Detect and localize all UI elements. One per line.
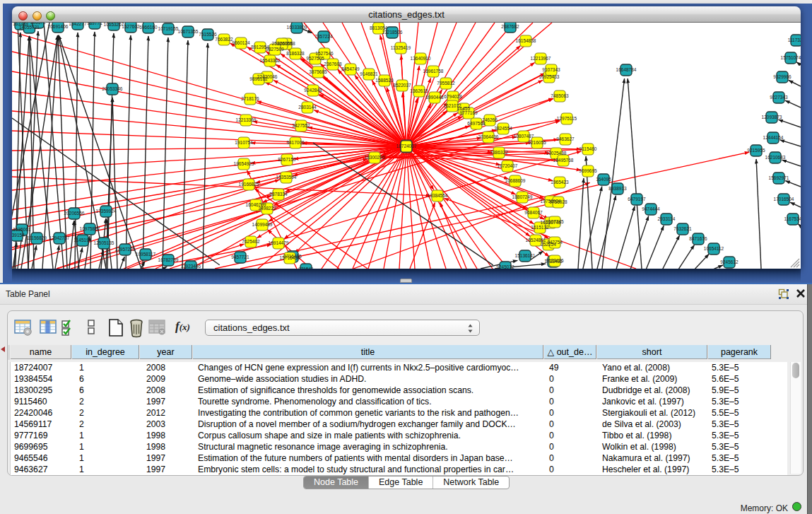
svg-text:9329966: 9329966 [773, 74, 792, 79]
svg-text:989771: 989771 [87, 23, 102, 25]
svg-text:7632621: 7632621 [673, 226, 692, 231]
svg-text:10654112: 10654112 [704, 246, 724, 251]
svg-text:17359924: 17359924 [96, 209, 117, 214]
svg-text:10719155: 10719155 [158, 26, 179, 31]
svg-text:16543362: 16543362 [260, 58, 281, 63]
svg-text:16154838: 16154838 [516, 38, 536, 43]
svg-text:13218506: 13218506 [382, 30, 403, 35]
svg-text:8522037: 8522037 [393, 83, 411, 88]
svg-text:6794028: 6794028 [444, 94, 462, 99]
svg-text:2367608: 2367608 [324, 62, 342, 66]
svg-text:1615132: 1615132 [531, 225, 549, 230]
svg-text:18300295: 18300295 [365, 155, 385, 160]
svg-text:15751074: 15751074 [781, 55, 801, 60]
svg-text:18807249: 18807249 [512, 194, 533, 199]
svg-text:15716434: 15716434 [280, 255, 300, 260]
svg-text:942754: 942754 [547, 240, 563, 245]
svg-text:11923446: 11923446 [181, 264, 201, 269]
svg-text:10807487: 10807487 [514, 134, 534, 139]
svg-text:1527546: 1527546 [315, 51, 334, 56]
svg-text:7955812: 7955812 [437, 81, 455, 86]
svg-text:16033809: 16033809 [287, 25, 307, 30]
svg-text:15692971: 15692971 [769, 175, 789, 180]
svg-text:9457721: 9457721 [231, 255, 249, 259]
svg-text:9245072: 9245072 [496, 264, 514, 269]
svg-text:9527505: 9527505 [306, 56, 324, 61]
svg-text:12093873: 12093873 [762, 115, 782, 119]
svg-text:15136141: 15136141 [515, 253, 536, 258]
svg-text:25226058: 25226058 [272, 41, 293, 46]
svg-text:10688609: 10688609 [505, 178, 526, 183]
svg-text:8186328: 8186328 [286, 51, 305, 56]
svg-text:18495768: 18495768 [553, 158, 574, 163]
svg-text:12213967: 12213967 [531, 56, 551, 61]
svg-text:1527602: 1527602 [122, 24, 140, 29]
svg-text:9227343: 9227343 [770, 95, 788, 100]
svg-text:3875685: 3875685 [309, 69, 327, 74]
svg-text:1362615: 1362615 [410, 88, 428, 93]
svg-text:17016504: 17016504 [774, 197, 794, 201]
svg-text:205572: 205572 [30, 23, 46, 25]
svg-text:9777169: 9777169 [459, 110, 478, 115]
svg-text:971541: 971541 [298, 267, 314, 269]
svg-text:8878334: 8878334 [269, 192, 288, 197]
svg-text:7485063: 7485063 [551, 93, 569, 98]
svg-text:1535061: 1535061 [13, 227, 31, 232]
svg-text:1117324: 1117324 [788, 37, 801, 42]
svg-text:20364436: 20364436 [478, 134, 499, 139]
svg-text:19166825: 19166825 [239, 182, 259, 187]
svg-text:9756928: 9756928 [549, 199, 567, 204]
svg-text:9133426: 9133426 [546, 258, 564, 263]
svg-text:9242848: 9242848 [304, 88, 322, 93]
svg-text:13640910: 13640910 [411, 56, 431, 61]
svg-text:12975115: 12975115 [557, 116, 577, 121]
svg-text:3427552: 3427552 [292, 123, 310, 128]
svg-text:6966160: 6966160 [139, 25, 158, 30]
svg-text:8267150: 8267150 [278, 157, 296, 162]
svg-text:16782759: 16782759 [158, 257, 179, 262]
svg-text:20691406: 20691406 [48, 24, 69, 29]
svg-text:9417006: 9417006 [286, 140, 305, 145]
svg-text:14055721: 14055721 [19, 25, 40, 30]
svg-text:9463627: 9463627 [556, 136, 575, 141]
svg-text:10975887: 10975887 [80, 226, 100, 231]
svg-text:16210643: 16210643 [765, 155, 786, 160]
svg-text:8454749: 8454749 [341, 66, 360, 71]
svg-text:1167534: 1167534 [784, 216, 801, 221]
svg-text:1588520: 1588520 [375, 78, 394, 83]
svg-text:9684067: 9684067 [524, 210, 543, 215]
svg-text:17957225: 17957225 [115, 247, 136, 252]
svg-text:9107745: 9107745 [546, 219, 564, 224]
svg-text:12213369: 12213369 [236, 117, 257, 122]
svg-text:9660124: 9660124 [232, 40, 250, 45]
svg-text:12942737: 12942737 [49, 235, 70, 240]
svg-text:12444154: 12444154 [763, 135, 784, 140]
svg-text:3498222: 3498222 [258, 206, 276, 211]
svg-text:3824554: 3824554 [494, 126, 512, 131]
svg-text:8990448: 8990448 [425, 95, 444, 100]
svg-text:16720407: 16720407 [498, 163, 518, 168]
svg-text:20206556: 20206556 [64, 211, 85, 216]
svg-text:15353594: 15353594 [276, 175, 297, 180]
svg-text:7386322: 7386322 [490, 150, 508, 155]
svg-text:1910754: 1910754 [235, 140, 253, 145]
svg-text:6497568: 6497568 [467, 121, 486, 126]
svg-text:6479197: 6479197 [628, 197, 646, 201]
svg-text:2803144: 2803144 [298, 105, 317, 110]
svg-text:9245612: 9245612 [720, 259, 739, 264]
svg-text:16961758: 16961758 [423, 69, 444, 74]
svg-text:9699695: 9699695 [579, 168, 597, 173]
svg-text:6216055: 6216055 [528, 140, 546, 145]
svg-text:8813054: 8813054 [370, 25, 388, 30]
svg-text:9115460: 9115460 [579, 146, 597, 151]
svg-text:939154: 939154 [12, 233, 25, 238]
svg-text:7625402: 7625402 [242, 239, 260, 244]
svg-text:14099489: 14099489 [252, 222, 273, 227]
svg-text:12505135: 12505135 [94, 240, 114, 245]
svg-text:1965423: 1965423 [551, 180, 569, 185]
svg-text:8471676: 8471676 [689, 236, 707, 241]
svg-text:10958117: 10958117 [136, 252, 156, 257]
svg-text:16648784: 16648784 [616, 67, 637, 72]
svg-text:9107343: 9107343 [542, 67, 560, 72]
svg-text:19654923: 19654923 [234, 161, 254, 166]
